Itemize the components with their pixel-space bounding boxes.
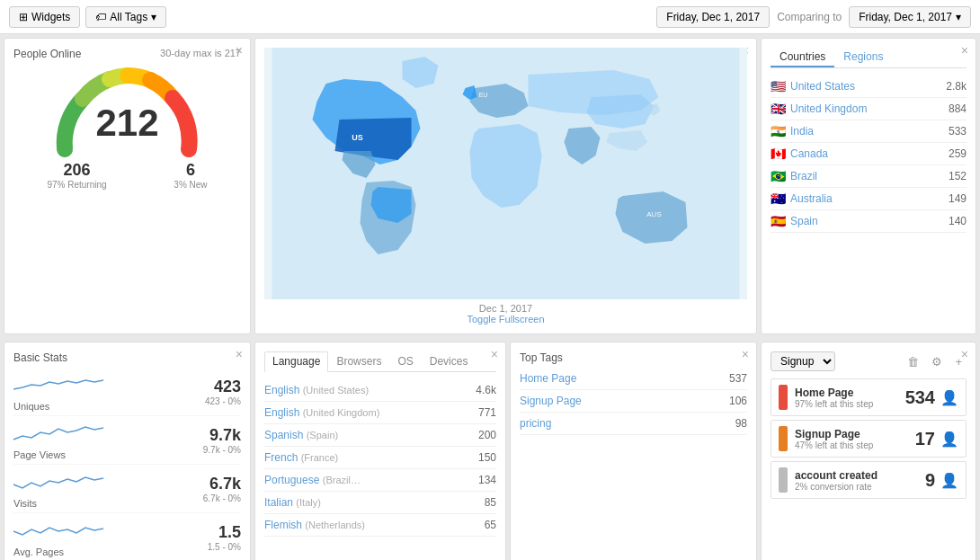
tags-label: All Tags xyxy=(110,11,147,23)
people-online-count: 212 xyxy=(47,102,209,145)
widgets-grid-icon: ⊞ xyxy=(19,11,28,23)
country-row: 🇧🇷Brazil 152 xyxy=(771,165,967,188)
lang-row: French (France) 150 xyxy=(264,447,496,469)
tag-row: Home Page 537 xyxy=(520,368,747,390)
map-container: US EU AUS xyxy=(264,48,747,299)
lang-row: Flemish (Netherlands) 65 xyxy=(264,514,496,537)
language-list: English (United States) 4.6k English (Un… xyxy=(264,379,496,537)
countries-tab-row: Countries Regions xyxy=(771,48,967,68)
header-left: ⊞ Widgets 🏷 All Tags ▾ xyxy=(9,6,166,28)
tab-browsers[interactable]: Browsers xyxy=(328,351,389,371)
header-date: Friday, Dec 1, 2017 xyxy=(666,11,760,23)
language-close[interactable]: × xyxy=(491,348,498,360)
compare-date: Friday, Dec 1, 2017 xyxy=(859,11,952,23)
language-card: × Language Browsers OS Devices English (… xyxy=(254,342,506,560)
top-tags-list: Home Page 537 Signup Page 106 pricing 98 xyxy=(520,368,747,435)
pageviews-sparkline xyxy=(13,420,103,445)
header-right: Friday, Dec 1, 2017 Comparing to Friday,… xyxy=(656,6,971,28)
date-button[interactable]: Friday, Dec 1, 2017 xyxy=(656,6,770,28)
compare-date-button[interactable]: Friday, Dec 1, 2017 ▾ xyxy=(849,6,971,28)
tab-regions[interactable]: Regions xyxy=(834,48,892,67)
gauge-wrapper: 212 xyxy=(47,64,209,154)
dropdown-arrow-icon: ▾ xyxy=(151,11,156,23)
funnel-header: Signup 🗑 ⚙ + xyxy=(771,351,967,371)
uniques-sparkline xyxy=(13,371,103,396)
people-online-title: People Online xyxy=(13,48,81,60)
map-date-label: Dec 1, 2017 xyxy=(479,303,532,314)
person-icon: 👤 xyxy=(940,431,958,448)
funnel-item-accountcreated: account created 2% conversion rate 9 👤 xyxy=(771,461,967,499)
funnel-item-homepage: Home Page 97% left at this step 534 👤 xyxy=(771,378,967,416)
row1-grid: × People Online 30-day max is 217 xyxy=(0,34,980,342)
toggle-fullscreen-link[interactable]: Toggle Fullscreen xyxy=(467,314,544,324)
country-row: 🇨🇦Canada 259 xyxy=(771,143,967,165)
visits-sparkline xyxy=(13,468,103,493)
funnel-select[interactable]: Signup xyxy=(771,351,835,371)
tab-language[interactable]: Language xyxy=(264,351,328,372)
funnel-close[interactable]: × xyxy=(961,348,968,360)
stat-row-pageviews: Page Views 9.7k 9.7k - 0% xyxy=(13,416,241,465)
stat-row-visits: Visits 6.7k 6.7k - 0% xyxy=(13,465,241,513)
person-icon: 👤 xyxy=(940,389,958,406)
top-tags-title: Top Tags xyxy=(520,351,747,364)
top-tags-close[interactable]: × xyxy=(742,348,749,360)
tab-devices[interactable]: Devices xyxy=(422,351,477,371)
row2-grid: × Basic Stats Uniques 423 423 - 0% Page … xyxy=(0,342,980,560)
gauge-stats: 206 97% Returning 6 3% New xyxy=(13,161,241,190)
tab-countries[interactable]: Countries xyxy=(771,48,834,67)
header: ⊞ Widgets 🏷 All Tags ▾ Friday, Dec 1, 20… xyxy=(0,0,980,34)
tag-row: pricing 98 xyxy=(520,413,747,435)
person-icon: 👤 xyxy=(940,472,958,489)
funnel-item-signuppage: Signup Page 47% left at this step 17 👤 xyxy=(771,420,967,458)
map-card: × xyxy=(254,38,757,334)
funnel-card: × Signup 🗑 ⚙ + Home Page 97% left at thi… xyxy=(761,342,976,560)
funnel-bar-accountcreated xyxy=(779,467,788,493)
lang-row: English (United Kingdom) 771 xyxy=(264,402,496,424)
basic-stats-close[interactable]: × xyxy=(236,348,243,360)
widgets-button[interactable]: ⊞ Widgets xyxy=(9,6,80,28)
countries-card: × Countries Regions 🇺🇸United States 2.8k… xyxy=(761,38,976,334)
comparing-label: Comparing to xyxy=(777,11,842,23)
top-tags-card: × Top Tags Home Page 537 Signup Page 106… xyxy=(510,342,757,560)
new-count: 6 xyxy=(174,161,207,180)
new-stat: 6 3% New xyxy=(174,161,207,190)
lang-row: Portuguese (Brazil… 134 xyxy=(264,469,496,492)
widgets-label: Widgets xyxy=(31,11,70,23)
funnel-bar-signuppage xyxy=(779,426,788,451)
funnel-delete-button[interactable]: 🗑 xyxy=(903,353,923,370)
basic-stats-title: Basic Stats xyxy=(13,351,241,364)
stat-row-uniques: Uniques 423 423 - 0% xyxy=(13,368,241,416)
funnel-actions: 🗑 ⚙ + xyxy=(903,353,967,370)
svg-text:EU: EU xyxy=(479,92,488,98)
people-online-close[interactable]: × xyxy=(236,44,243,57)
countries-close[interactable]: × xyxy=(961,44,968,57)
stat-row-avgpages: Avg. Pages 1.5 1.5 - 0% xyxy=(13,513,241,560)
tag-row: Signup Page 106 xyxy=(520,390,747,413)
returning-count: 206 xyxy=(47,161,106,180)
returning-label: 97% Returning xyxy=(47,180,106,190)
lang-row: Italian (Italy) 85 xyxy=(264,492,496,514)
funnel-settings-button[interactable]: ⚙ xyxy=(927,353,947,370)
svg-text:US: US xyxy=(352,133,363,142)
svg-text:AUS: AUS xyxy=(646,210,661,218)
people-online-subtitle: 30-day max is 217 xyxy=(160,48,241,58)
lang-row: English (United States) 4.6k xyxy=(264,379,496,402)
compare-dropdown-icon: ▾ xyxy=(956,11,961,23)
country-row: 🇦🇺Australia 149 xyxy=(771,188,967,210)
map-footer: Dec 1, 2017 Toggle Fullscreen xyxy=(264,299,747,324)
avgpages-sparkline xyxy=(13,517,103,542)
country-row: 🇮🇳India 533 xyxy=(771,120,967,143)
language-tab-row: Language Browsers OS Devices xyxy=(264,351,496,372)
basic-stats-card: × Basic Stats Uniques 423 423 - 0% Page … xyxy=(4,342,251,560)
countries-list: 🇺🇸United States 2.8k 🇬🇧United Kingdom 88… xyxy=(771,76,967,233)
returning-stat: 206 97% Returning xyxy=(47,161,106,190)
tag-icon: 🏷 xyxy=(95,11,106,23)
people-online-card: × People Online 30-day max is 217 xyxy=(4,38,251,334)
country-row: 🇺🇸United States 2.8k xyxy=(771,76,967,98)
tab-os[interactable]: OS xyxy=(389,351,421,371)
lang-row: Spanish (Spain) 200 xyxy=(264,424,496,447)
funnel-bar-homepage xyxy=(779,385,788,410)
new-label: 3% New xyxy=(174,180,207,190)
tags-button[interactable]: 🏷 All Tags ▾ xyxy=(85,6,166,28)
world-map-svg: US EU AUS xyxy=(264,48,747,299)
